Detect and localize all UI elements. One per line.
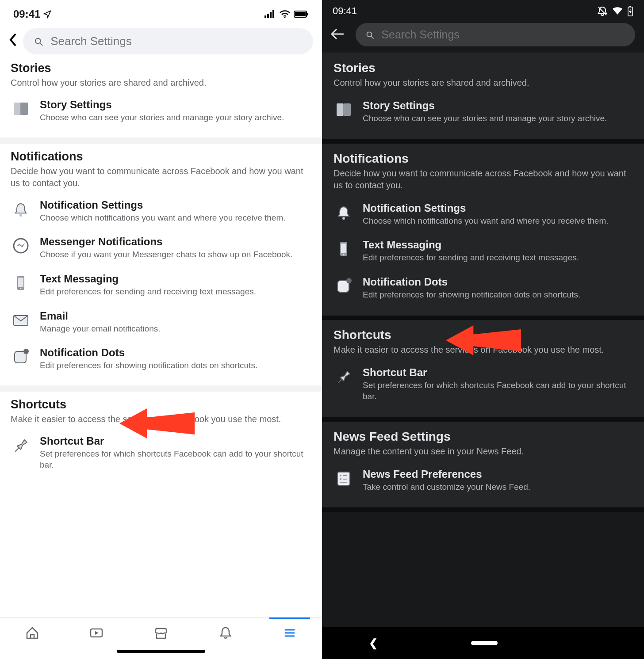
- mail-icon: [11, 310, 31, 330]
- row-sub: Edit preferences for showing notificatio…: [40, 360, 311, 371]
- svg-rect-27: [307, 13, 308, 15]
- search-input[interactable]: [381, 28, 626, 41]
- row-label: Shortcut Bar: [40, 435, 311, 447]
- setting-row-messenger-notifications[interactable]: Messenger NotificationsChoose if you wan…: [11, 229, 311, 267]
- back-button[interactable]: [327, 27, 348, 42]
- svg-rect-26: [295, 12, 306, 16]
- row-label: Story Settings: [40, 99, 311, 111]
- svg-rect-20: [264, 15, 266, 18]
- row-sub: Choose if you want your Messenger chats …: [40, 249, 311, 260]
- settings-list[interactable]: StoriesControl how your stories are shar…: [322, 53, 644, 627]
- section-stories: StoriesControl how your stories are shar…: [0, 61, 322, 144]
- clock: 09:41: [13, 8, 40, 20]
- tab-bar: [0, 617, 322, 645]
- row-label: Notification Settings: [363, 202, 632, 214]
- top-bar: [322, 20, 644, 53]
- phone-icon: [11, 273, 31, 293]
- row-sub: Take control and customize your News Fee…: [363, 481, 632, 493]
- home-indicator: [117, 650, 205, 653]
- setting-row-notification-settings[interactable]: Notification SettingsChoose which notifi…: [11, 193, 311, 230]
- setting-row-email[interactable]: EmailManage your email notifications.: [11, 304, 311, 341]
- section-title: News Feed Settings: [334, 430, 632, 444]
- row-label: Text Messaging: [363, 239, 632, 251]
- setting-row-notification-dots[interactable]: Notification DotsEdit preferences for sh…: [334, 270, 632, 307]
- row-sub: Choose who can see your stories and mana…: [40, 112, 311, 123]
- row-label: Messenger Notifications: [40, 236, 311, 248]
- search-bar[interactable]: [23, 28, 313, 54]
- svg-rect-34: [629, 6, 631, 7]
- tab-home[interactable]: [23, 624, 41, 642]
- setting-row-text-messaging[interactable]: Text MessagingEdit preferences for sendi…: [334, 232, 632, 270]
- row-sub: Edit preferences for showing notificatio…: [363, 289, 632, 301]
- search-icon: [33, 35, 44, 48]
- settings-list[interactable]: StoriesControl how your stories are shar…: [0, 61, 322, 617]
- messenger-icon: [11, 236, 31, 256]
- pin-icon: [334, 366, 354, 387]
- section-title: Stories: [11, 61, 311, 75]
- tab-notifications[interactable]: [217, 624, 234, 642]
- section-shortcuts: ShortcutsMake it easier to access the se…: [0, 392, 322, 485]
- row-sub: Choose which notifications you want and …: [40, 212, 311, 224]
- row-label: Notification Dots: [363, 276, 632, 288]
- row-label: News Feed Preferences: [363, 468, 632, 480]
- battery-icon: [627, 6, 633, 16]
- section-subtitle: Control how your stories are shared and …: [11, 77, 311, 89]
- svg-rect-22: [270, 12, 272, 18]
- section-title: Shortcuts: [11, 398, 311, 411]
- section-news-feed-settings: News Feed SettingsManage the content you…: [322, 422, 644, 512]
- phone-icon: [334, 239, 354, 259]
- tab-marketplace[interactable]: [152, 624, 170, 642]
- row-label: Notification Settings: [40, 199, 311, 211]
- row-sub: Edit preferences for sending and receivi…: [40, 286, 311, 297]
- location-icon: [43, 10, 52, 19]
- row-sub: Choose who can see your stories and mana…: [363, 113, 632, 124]
- book-icon: [334, 99, 354, 120]
- svg-rect-21: [267, 14, 269, 18]
- android-navbar: ❮: [322, 627, 644, 659]
- row-label: Notification Dots: [40, 347, 311, 359]
- nav-back[interactable]: ❮: [369, 637, 378, 649]
- dot-square-icon: [11, 347, 31, 367]
- clock: 09:41: [333, 5, 357, 17]
- row-sub: Choose which notifications you want and …: [363, 215, 632, 227]
- row-label: Text Messaging: [40, 273, 311, 285]
- section-subtitle: Make it easier to access the services on…: [11, 413, 311, 425]
- section-subtitle: Control how your stories are shared and …: [334, 77, 632, 89]
- section-stories: StoriesControl how your stories are shar…: [322, 53, 644, 144]
- wifi-icon: [280, 10, 290, 18]
- search-bar[interactable]: [356, 23, 635, 46]
- bell-icon: [11, 199, 31, 219]
- dot-square-icon: [334, 276, 354, 296]
- section-notifications: NotificationsDecide how you want to comm…: [0, 144, 322, 392]
- row-label: Shortcut Bar: [363, 366, 632, 379]
- signal-icon: [264, 10, 276, 18]
- search-icon: [364, 29, 375, 41]
- setting-row-story-settings[interactable]: Story SettingsChoose who can see your st…: [334, 93, 632, 130]
- back-button[interactable]: [9, 33, 17, 50]
- nav-home[interactable]: [471, 641, 498, 645]
- setting-row-shortcut-bar[interactable]: Shortcut BarSet preferences for which sh…: [334, 360, 632, 408]
- row-sub: Set preferences for which shortcuts Face…: [363, 380, 632, 402]
- dnd-icon: [597, 6, 608, 16]
- section-title: Notifications: [334, 152, 632, 166]
- search-input[interactable]: [50, 34, 303, 48]
- setting-row-notification-dots[interactable]: Notification DotsEdit preferences for sh…: [11, 340, 311, 377]
- wifi-icon: [612, 7, 623, 15]
- row-sub: Set preferences for which shortcuts Face…: [40, 448, 311, 471]
- setting-row-notification-settings[interactable]: Notification SettingsChoose which notifi…: [334, 196, 632, 233]
- section-notifications: NotificationsDecide how you want to comm…: [322, 144, 644, 320]
- section-subtitle: Make it easier to access the services on…: [334, 344, 632, 356]
- book-icon: [11, 99, 31, 119]
- tab-watch[interactable]: [88, 624, 105, 642]
- status-bar: 09:41: [0, 0, 322, 25]
- setting-row-news-feed-preferences[interactable]: News Feed PreferencesTake control and cu…: [334, 462, 632, 499]
- svg-point-24: [284, 17, 286, 19]
- top-bar: [0, 25, 322, 61]
- setting-row-story-settings[interactable]: Story SettingsChoose who can see your st…: [11, 92, 311, 130]
- tab-menu[interactable]: [281, 624, 299, 642]
- feed-icon: [334, 468, 354, 488]
- setting-row-text-messaging[interactable]: Text MessagingEdit preferences for sendi…: [11, 267, 311, 304]
- section-shortcuts: ShortcutsMake it easier to access the se…: [322, 320, 644, 422]
- setting-row-shortcut-bar[interactable]: Shortcut BarSet preferences for which sh…: [11, 429, 311, 477]
- android-screen: 09:41 StoriesControl how your stories ar…: [322, 0, 644, 659]
